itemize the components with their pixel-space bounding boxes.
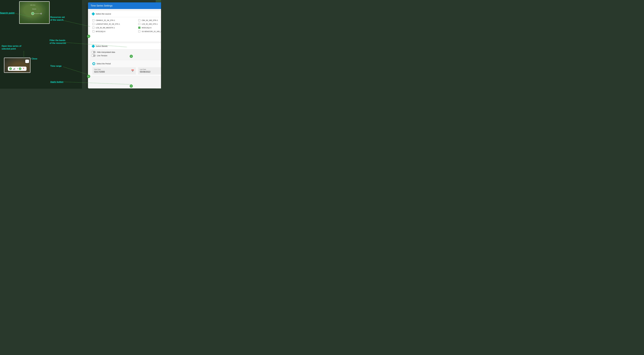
source-section: Select the source ∧ CB4MUX_20_1M_STK-1 C… [90,11,161,42]
search-point-label: Search point [0,12,14,14]
source-item-landsat[interactable]: LANDSAT-MOZ_30_1M_STK-1 [92,23,136,25]
end-date-label: Last Date [140,69,150,70]
toggle-interpolated-label: Hide interpolated data [97,51,115,53]
source-label-cb4_64: CB4_64_16D_STK-1 [142,19,158,21]
source-item-mod13q1[interactable]: MOD13Q1-6 [138,27,161,29]
period-clock-icon: 🕐 [92,62,95,65]
timeseries-annotation: Open time series of selected point [2,45,21,50]
source-item-myd13q1[interactable]: MYD13Q1-6 [92,30,136,33]
end-date-field[interactable]: Last Date 05/08/2022 📅 [138,67,161,74]
bands-section: Select Bands ∨ [90,43,161,49]
source-label-myd13q1: MYD13Q1-6 [96,31,105,33]
toggle-tension-switch[interactable] [91,55,96,57]
source-grid: CB4MUX_20_1M_STK-1 CB4_64_16D_STK-1 LAND… [90,17,161,35]
ts-label-line1: Open time series of [2,45,21,48]
toggle-interpolated: Hide interpolated data [91,51,161,53]
checkbox-s2sen2cor[interactable] [138,30,140,33]
source-diamond-icon [92,12,95,16]
chart-button[interactable] [12,67,16,70]
source-label-mod13q1: MOD13Q1-6 [142,27,152,29]
svg-rect-8 [15,68,15,70]
start-calendar-icon[interactable]: 📅 [131,69,134,72]
source-label-lc8_30_6m: LC8_30_6M_MEDSTK-1 [96,27,115,29]
toggle-tension-label: Line Tension [97,55,107,57]
toggles-area: Hide interpolated data Line Tension [88,49,161,59]
checkbox-landsat[interactable] [92,23,94,25]
search-point-annotation: Search point [0,12,14,15]
bottom-mini-map: ⌄ 2 ✕ 3 📍 [4,58,30,73]
source-label-lc8_30_16d: LC8_30_16D_STK-1 [142,23,158,25]
source-item-s2sen2cor[interactable]: S2-SEN2COR_10_16D_STK-1 [138,30,161,33]
badge-5: 5 [130,55,133,58]
source-item-cb4mux[interactable]: CB4MUX_20_1M_STK-1 [92,19,136,21]
start-date-value: 02/17/2000 [94,71,105,73]
svg-rect-6 [13,69,14,70]
period-title: Select the Period [96,63,111,65]
toggle-tension: Line Tension [91,55,161,57]
checkbox-cb4_64[interactable] [138,19,140,21]
resources-label-line1: Resources set [50,16,65,19]
resources-label-line2: of the search [50,19,65,22]
badge-6: 6 [87,75,90,78]
period-header: 🕐 Select the Period [92,62,161,65]
ts-label-line2: selected point [2,48,21,50]
close-annotation: Close [32,58,37,60]
map-action-bar[interactable]: 2 ✕ 3 📍 [8,67,26,71]
checkbox-mod13q1[interactable] [138,27,140,29]
bands-section-title: Select Bands [96,45,108,47]
start-date-label: Start Date [94,69,105,70]
svg-rect-7 [14,68,14,70]
source-item-cb4_64[interactable]: CB4_64_16D_STK-1 [138,19,161,21]
start-date-field[interactable]: Start Date 02/17/2000 📅 [92,67,136,74]
toolbar-chevron-icon: ⌄ [26,60,28,62]
source-section-header[interactable]: Select the source ∧ [90,11,161,17]
dialog-body: Select the source ∧ CB4MUX_20_1M_STK-1 C… [88,9,161,80]
source-item-lc8_30_6m[interactable]: LC8_30_6M_MEDSTK-1 [92,27,136,29]
period-section: 🕐 Select the Period Start Date 02/17/200… [90,60,161,77]
dialog-title: Time Series Settings [90,4,112,7]
badge-4: 4 [87,35,90,38]
badge-7: 7 [130,85,133,88]
map-point-2 [40,13,42,14]
pin-button[interactable]: 📍 [22,67,25,70]
map-label-alto: Alto Circo [30,4,35,6]
filter-annotation: Filter the bands of the resources [50,39,66,45]
top-mini-map: Alto Circo Maracá 1 [19,1,50,24]
filter-label-line2: of the resources [50,42,66,45]
period-dates: Start Date 02/17/2000 📅 Last Date 05/08/… [92,67,161,74]
checkbox-cb4mux[interactable] [92,19,94,21]
time-series-dialog: Time Series Settings × Select the source… [88,3,161,89]
source-label-cb4mux: CB4MUX_20_1M_STK-1 [96,19,115,21]
close-button[interactable]: ✕ [16,67,19,70]
bands-header[interactable]: Select Bands ∨ [90,43,161,49]
apply-annotation: Apply button [50,81,63,83]
source-section-title: Select the source [96,13,111,15]
filter-row: Filter [90,35,161,42]
map-point-1: 1 [31,12,34,15]
resources-annotation: Resources set of the search [50,16,65,22]
filter-label-line1: Filter the bands [50,39,66,42]
map-label-maraca: Maracá [32,8,36,10]
badge-3: 3 [19,67,22,70]
toggle-interpolated-switch[interactable] [91,51,96,53]
dialog-header: Time Series Settings × [88,3,161,9]
checkbox-lc8_30_6m[interactable] [92,27,94,29]
checkbox-myd13q1[interactable] [92,30,94,33]
bands-diamond-icon [92,45,95,48]
source-label-s2sen2cor: S2-SEN2COR_10_16D_STK-1 [142,31,161,33]
badge-2: 2 [9,67,12,70]
source-label-landsat: LANDSAT-MOZ_30_1M_STK-1 [96,23,120,25]
apply-label: Apply button [50,81,63,83]
timerange-annotation: Time range [50,65,62,67]
timerange-label: Time range [50,65,62,67]
end-date-value: 05/08/2022 [140,71,150,73]
checkbox-lc8_30_16d[interactable] [138,23,140,25]
source-item-lc8_30_16d[interactable]: LC8_30_16D_STK-1 [138,23,161,25]
close-label: Close [32,58,37,60]
map-toolbar: ⌄ [25,60,29,63]
dialog-footer: Apply [88,80,161,89]
